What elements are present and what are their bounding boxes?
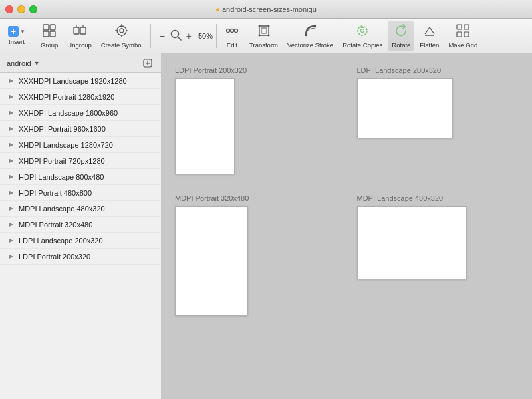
sidebar-item-arrow-10: ▶: [9, 237, 15, 243]
rotate-label: Rotate: [392, 41, 410, 49]
sidebar-item-1[interactable]: ▶ XXXHDPI Portrait 1280x1920: [0, 89, 161, 105]
svg-point-23: [258, 34, 260, 36]
sidebar-item-4[interactable]: ▶ XHDPI Landscape 1280x720: [0, 137, 161, 153]
sidebar-item-5[interactable]: ▶ XHDPI Portrait 720px1280: [0, 153, 161, 169]
insert-plus-icon: +: [8, 26, 19, 37]
svg-rect-28: [457, 25, 462, 29]
title-bar: ●android-screen-sizes-moniqu: [0, 0, 532, 19]
sidebar-filter-arrow: ▼: [34, 60, 40, 66]
zoom-icon: [170, 29, 182, 43]
sidebar-item-label-0: XXXHDPI Landscape 1920x1280: [19, 77, 127, 85]
artboard-3[interactable]: [357, 206, 467, 279]
insert-top: + ▼: [8, 26, 25, 37]
ungroup-button[interactable]: Ungroup: [63, 21, 95, 51]
canvas-frame-2: MDPI Portrait 320x480: [175, 194, 337, 316]
minimize-button[interactable]: [17, 5, 25, 13]
svg-rect-3: [50, 31, 55, 37]
sidebar-item-10[interactable]: ▶ LDPI Landscape 200x320: [0, 233, 161, 249]
sidebar-add-button[interactable]: [141, 57, 154, 70]
sidebar-item-0[interactable]: ▶ XXXHDPI Landscape 1920x1280: [0, 73, 161, 89]
sidebar-item-label-9: MDPI Portrait 320x480: [19, 221, 92, 229]
rotate-button[interactable]: Rotate: [388, 21, 414, 51]
sidebar-item-3[interactable]: ▶ XXHDPI Portrait 960x1600: [0, 121, 161, 137]
ungroup-icon: [72, 23, 87, 40]
sidebar-item-arrow-0: ▶: [9, 78, 15, 84]
sidebar-item-arrow-8: ▶: [9, 205, 15, 211]
group-button[interactable]: Group: [37, 21, 62, 51]
sidebar-header: android ▼: [0, 53, 161, 73]
group-label: Group: [41, 41, 58, 49]
insert-button[interactable]: + ▼ Insert: [4, 23, 29, 48]
make-grid-button[interactable]: Make Grid: [444, 21, 481, 51]
sidebar-filter-label: android: [7, 59, 31, 67]
svg-rect-5: [80, 27, 86, 34]
canvas-frame-0: LDPI Portrait 200x320: [175, 66, 337, 174]
sidebar-filter-button[interactable]: android ▼: [7, 59, 40, 67]
svg-point-24: [267, 34, 269, 36]
sidebar-item-11[interactable]: ▶ LDPI Portrait 200x320: [0, 249, 161, 265]
maximize-button[interactable]: [29, 5, 37, 13]
sidebar-item-arrow-1: ▶: [9, 94, 15, 100]
toolbar-divider-3: [216, 24, 217, 48]
make-grid-label: Make Grid: [448, 41, 477, 49]
toolbar: + ▼ Insert Group Ungroup: [0, 19, 532, 53]
sidebar-item-label-3: XXHDPI Portrait 960x1600: [19, 125, 106, 133]
zoom-out-button[interactable]: −: [157, 29, 168, 43]
traffic-lights: [5, 5, 37, 13]
sidebar-item-2[interactable]: ▶ XXHDPI Landscape 1600x960: [0, 105, 161, 121]
sidebar-item-label-2: XXHDPI Landscape 1600x960: [19, 109, 118, 117]
canvas-area[interactable]: LDPI Portrait 200x320 LDPI Landscape 200…: [162, 53, 532, 399]
sidebar-item-6[interactable]: ▶ HDPI Landscape 800x480: [0, 169, 161, 185]
svg-rect-29: [464, 25, 469, 29]
sidebar-item-arrow-9: ▶: [9, 221, 15, 227]
vectorize-stroke-button[interactable]: Vectorize Stroke: [283, 21, 337, 51]
zoom-in-button[interactable]: +: [184, 29, 194, 43]
sidebar-item-arrow-3: ▶: [9, 126, 15, 132]
insert-dropdown-arrow: ▼: [20, 29, 25, 35]
sidebar-list: ▶ XXXHDPI Landscape 1920x1280 ▶ XXXHDPI …: [0, 73, 161, 399]
edit-label: Edit: [227, 41, 237, 49]
close-button[interactable]: [5, 5, 13, 13]
transform-label: Transform: [249, 41, 278, 49]
sidebar-item-7[interactable]: ▶ HDPI Portrait 480x800: [0, 185, 161, 201]
title-dot: ●: [215, 5, 220, 13]
artboard-2[interactable]: [175, 206, 248, 316]
frame-label-0: LDPI Portrait 200x320: [175, 66, 247, 74]
vectorize-stroke-label: Vectorize Stroke: [287, 41, 333, 49]
sidebar-item-arrow-7: ▶: [9, 190, 15, 196]
artboard-0[interactable]: [175, 78, 235, 174]
sidebar-item-arrow-6: ▶: [9, 174, 15, 180]
svg-point-8: [117, 26, 126, 35]
frame-label-1: LDPI Landscape 200x320: [357, 66, 442, 74]
svg-point-18: [235, 29, 238, 32]
create-symbol-button[interactable]: Create Symbol: [97, 21, 147, 51]
sidebar-item-9[interactable]: ▶ MDPI Portrait 320x480: [0, 217, 161, 233]
svg-rect-19: [259, 26, 269, 35]
sidebar-item-arrow-11: ▶: [9, 253, 15, 259]
svg-rect-4: [74, 27, 79, 34]
rotate-copies-label: Rotate Copies: [342, 41, 382, 49]
artboard-1[interactable]: [357, 78, 453, 138]
transform-button[interactable]: Transform: [245, 21, 282, 51]
zoom-value: 50%: [198, 32, 213, 40]
zoom-control: − +: [154, 29, 197, 43]
rotate-copies-button[interactable]: Rotate Copies: [338, 21, 386, 51]
svg-point-26: [361, 29, 364, 32]
svg-point-21: [258, 25, 260, 27]
svg-rect-30: [457, 32, 462, 37]
svg-point-9: [120, 29, 124, 33]
svg-point-17: [231, 29, 234, 32]
create-symbol-icon: [114, 23, 129, 40]
toolbar-divider-2: [150, 24, 151, 48]
flatten-button[interactable]: Flatten: [416, 21, 443, 51]
edit-button[interactable]: Edit: [220, 21, 244, 51]
sidebar-item-8[interactable]: ▶ MDPI Landscape 480x320: [0, 201, 161, 217]
sidebar-item-label-7: HDPI Portrait 480x800: [19, 189, 92, 197]
window-title: ●android-screen-sizes-moniqu: [215, 5, 317, 13]
insert-label: Insert: [9, 38, 25, 45]
frame-label-3: MDPI Landscape 480x320: [357, 194, 444, 202]
sidebar-item-label-11: LDPI Portrait 200x320: [19, 253, 90, 261]
flatten-label: Flatten: [420, 41, 439, 49]
svg-point-14: [171, 30, 178, 37]
svg-rect-20: [261, 28, 267, 33]
